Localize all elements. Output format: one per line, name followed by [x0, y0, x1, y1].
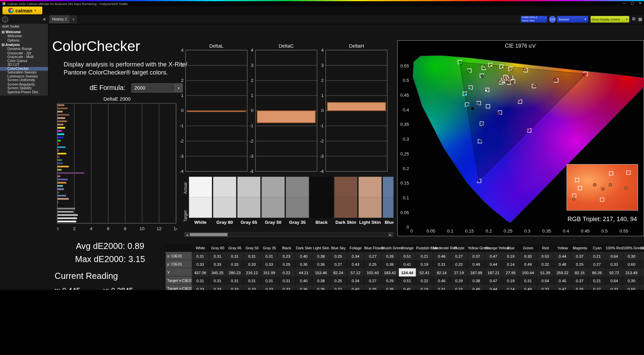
svg-text:3: 3 [321, 63, 323, 68]
layout-grid-icon[interactable]: ▦ [638, 17, 642, 21]
scrollbar-thumb[interactable] [190, 233, 228, 236]
column-header: Bluish Green [382, 246, 399, 250]
deltal-chart-title: DeltaL [185, 43, 247, 49]
add-tab-button[interactable]: + [70, 15, 77, 23]
column-header: Light Skin [313, 246, 330, 250]
sidebar-item-saturation-sweeps[interactable]: Saturation Sweeps [0, 71, 48, 75]
meter-selector[interactable]: X-Rite i1Pro 2 Direct View [521, 16, 547, 23]
svg-text:0.35: 0.35 [542, 229, 551, 234]
column-header: Purple [450, 246, 468, 250]
cie-measured-point [503, 78, 505, 81]
deltae-bar-2e [57, 124, 63, 125]
sidebar-item-dynamic-range[interactable]: Dynamic Range [0, 47, 48, 51]
svg-text:2: 2 [251, 78, 253, 83]
scroll-right-icon[interactable]: ▶ [388, 233, 392, 237]
svg-text:-3: -3 [320, 154, 324, 159]
delta-bar [187, 111, 246, 112]
svg-text:-3: -3 [179, 154, 183, 159]
cie-measured-point [471, 107, 474, 110]
close-button[interactable]: ✕ [639, 2, 641, 5]
svg-text:0.45: 0.45 [400, 93, 409, 98]
sidebar-item-options[interactable]: Options [0, 38, 48, 42]
cie-measured-point [485, 89, 487, 92]
cie-measured-point [507, 79, 510, 82]
svg-text:0.2: 0.2 [486, 229, 492, 234]
svg-text:0: 0 [410, 229, 413, 234]
svg-text:-4: -4 [320, 169, 324, 174]
display-control-selector[interactable]: Direct Display Control ▼ [591, 16, 629, 23]
settings-gear-icon[interactable]: ⚙ [632, 16, 636, 22]
svg-text:0: 0 [251, 108, 253, 113]
cie-measured-point [468, 87, 471, 90]
column-header: Gray 35 [261, 246, 278, 250]
display-control-label: Direct Display Control [592, 18, 620, 21]
deltae-bar-100-yellow [57, 127, 65, 129]
column-header: Blue Flower [364, 246, 381, 250]
deltae-bar-gray-65 [57, 214, 78, 216]
de-formula-dropdown[interactable]: 2000 ▼ [131, 84, 183, 93]
sidebar-item-screen-stability[interactable]: Screen Stability [0, 86, 48, 90]
svg-text:0.4: 0.4 [403, 107, 409, 112]
deltae-bar-100-magenta [57, 130, 62, 132]
sidebar-item-3d-lut[interactable]: 3D LUT [0, 63, 48, 67]
svg-text:0.25: 0.25 [400, 151, 409, 156]
column-header: Foliage [347, 246, 364, 250]
calman-logo-button[interactable]: calman ▼ [2, 7, 42, 14]
svg-text:0.55: 0.55 [620, 229, 628, 234]
svg-text:-3: -3 [250, 154, 254, 159]
svg-text:0.5: 0.5 [403, 78, 409, 83]
table-row-target-y-cie31: Target y:CIE310.330.330.330.330.330.330.… [165, 285, 644, 290]
svg-text:0.2: 0.2 [403, 166, 409, 171]
deltae-bar-white [57, 221, 76, 222]
maximize-button[interactable]: ▢ [631, 2, 634, 5]
svg-text:0: 0 [181, 108, 183, 113]
deltae-2000-chart: 02468101214 [57, 103, 177, 232]
cie-measured-point [527, 128, 529, 131]
column-header: White [192, 246, 209, 250]
sidebar-item-welcome[interactable]: Welcome [0, 35, 48, 39]
table-row-y-cie31: y: CIE310.330.330.330.330.330.250.360.36… [165, 260, 644, 268]
svg-text:0.05: 0.05 [400, 210, 409, 215]
column-header: 100% Blue [640, 246, 644, 250]
svg-text:-4: -4 [250, 169, 254, 174]
swatch-light-skin: Light Skin [359, 177, 382, 225]
profile-badge[interactable]: 233 [549, 16, 556, 23]
sidebar-item-grayscale-multi[interactable]: Grayscale - Multi [0, 55, 48, 59]
minimize-button[interactable]: — [623, 2, 626, 5]
tab-history-1[interactable]: History 1 [49, 15, 70, 23]
scroll-left-icon[interactable]: ◀ [185, 233, 189, 237]
source-label: Source [558, 17, 569, 21]
cie-measured-point [497, 112, 500, 115]
page-title: ColorChecker [52, 38, 140, 54]
source-selector[interactable]: Source ▼ [557, 16, 588, 23]
highlighted-cell: 124.44 [399, 268, 416, 276]
cie-measured-point [467, 104, 470, 107]
sidebar-collapse-icon[interactable]: ◀ [43, 17, 45, 21]
cie-measured-point [482, 123, 484, 126]
cie-measured-point [490, 64, 493, 67]
deltae-bar-green [57, 159, 62, 161]
cie-measured-point [554, 78, 556, 81]
svg-text:0.3: 0.3 [403, 137, 409, 142]
deltae-bar-3e [57, 120, 67, 122]
deltae-bar-2k [57, 117, 65, 119]
cie-measured-point [480, 139, 482, 142]
cie-measured-point [511, 81, 514, 83]
delta-bar [327, 102, 386, 111]
swatch-black: Black [310, 177, 333, 225]
svg-text:0.5: 0.5 [601, 229, 608, 234]
description-line2: Pantone ColorChecker® target colors. [64, 68, 187, 76]
column-header: 100% Green [623, 246, 640, 250]
svg-text:0.4: 0.4 [563, 229, 569, 234]
deltae-bar-yellow-green [57, 169, 61, 171]
menu-button[interactable] [2, 16, 8, 22]
cie-measured-point [498, 80, 501, 83]
swatch-strip-scrollbar[interactable]: ◀ ▶ [184, 232, 393, 237]
svg-text:0: 0 [407, 224, 409, 230]
svg-text:3: 3 [251, 63, 253, 68]
sidebar-item-screen-uniformity[interactable]: Screen Uniformity [0, 79, 48, 83]
cie-measured-point [481, 75, 484, 78]
deltac-chart: 43210-1-2-3-4 [246, 48, 322, 174]
calman-logo-text: calman [15, 8, 33, 13]
sidebar-item-spectral-power-dist-[interactable]: Spectral Power Dist. [0, 90, 48, 94]
